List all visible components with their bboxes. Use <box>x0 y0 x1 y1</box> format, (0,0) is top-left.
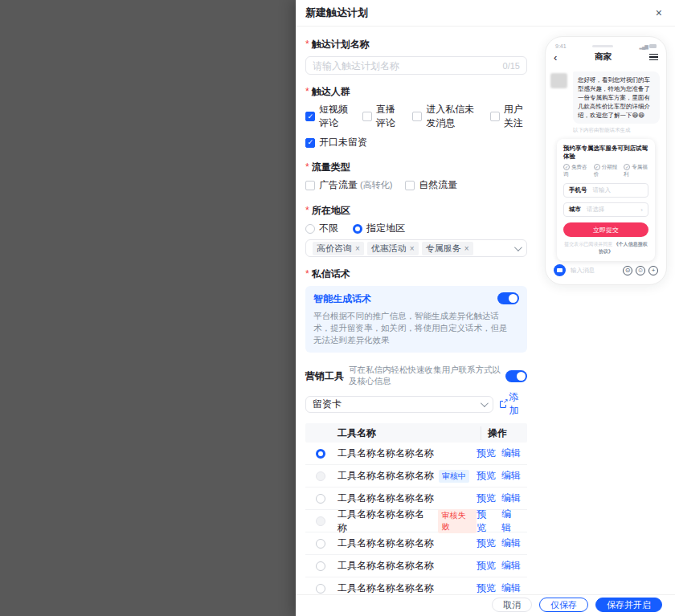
voice-icon[interactable]: ⊙ <box>623 266 632 275</box>
smart-script-toggle[interactable] <box>497 292 519 304</box>
tag-label: 优惠活动 <box>371 243 407 255</box>
checkbox-entered-dm-no-message[interactable]: 进入私信未发消息 <box>412 103 477 130</box>
camera-icon[interactable] <box>554 264 566 276</box>
save-only-button[interactable]: 仅保存 <box>539 598 588 612</box>
row-radio[interactable] <box>316 561 325 571</box>
plan-name-input[interactable] <box>313 60 503 71</box>
lead-card: 预约享专属选车服务可到店试驾体验 免费咨询 分期报价 专属福利 手机号 请输入 … <box>557 139 655 261</box>
edit-link[interactable]: 编辑 <box>501 536 521 550</box>
checkbox-label: 短视频评论 <box>319 103 350 130</box>
row-radio[interactable] <box>316 539 325 549</box>
row-radio-disabled[interactable] <box>316 516 325 526</box>
radio-specified-region[interactable]: 指定地区 <box>353 222 405 235</box>
tool-select-row: 留资卡 添加 <box>305 390 527 418</box>
tool-type-select[interactable]: 留资卡 <box>305 396 493 413</box>
table-row[interactable]: 工具名称名称名称名称 预览编辑 <box>305 443 527 465</box>
add-tool-link[interactable]: 添加 <box>500 390 527 418</box>
table-row[interactable]: 工具名称名称名称名称 预览编辑 <box>305 555 527 577</box>
signal-icon: ▂▄▆ <box>640 43 648 49</box>
row-radio[interactable] <box>316 584 325 594</box>
table-row[interactable]: 工具名称名称名称名称 审核失败 预览编辑 <box>305 510 527 532</box>
edit-link[interactable]: 编辑 <box>501 581 521 595</box>
row-radio-disabled[interactable] <box>316 471 325 481</box>
field-label: 城市 <box>569 206 581 214</box>
preview-link[interactable]: 预览 <box>477 469 496 483</box>
edit-link[interactable]: 编辑 <box>501 559 521 573</box>
tool-name: 工具名称名称名称名称 <box>338 492 434 505</box>
marketing-tools-toggle[interactable] <box>505 370 527 382</box>
checkbox-organic-traffic[interactable]: 自然流量 <box>405 178 457 192</box>
checkbox-label: 直播评论 <box>376 103 399 130</box>
avatar <box>550 73 567 88</box>
checkbox-label: 用户关注 <box>504 103 527 130</box>
checkbox-live-comment[interactable]: 直播评论 <box>362 103 399 130</box>
tool-type-value: 留资卡 <box>313 398 342 411</box>
message-preview-phone: 9:41 ▂▄▆ ‹ 商家 您好呀，看到您对我们的车型感兴趣，特地为您准备了一份… <box>545 36 667 285</box>
tool-name: 工具名称名称名称名称 <box>338 536 434 550</box>
checkbox-ad-traffic[interactable]: 广告流量(高转化) <box>305 178 392 192</box>
tag-remove-icon[interactable]: × <box>355 244 360 253</box>
status-badge-reviewing: 审核中 <box>439 470 469 483</box>
checkbox-label: 开口未留资 <box>319 136 367 149</box>
preview-link[interactable]: 预览 <box>477 581 496 595</box>
table-row[interactable]: 工具名称名称名称名称 预览编辑 <box>305 532 527 555</box>
edit-link[interactable]: 编辑 <box>501 469 521 483</box>
region-tag: 高价咨询× <box>313 242 364 255</box>
preview-link[interactable]: 预览 <box>477 508 496 535</box>
tool-name: 工具名称名称名称名称 <box>338 469 434 483</box>
checkbox-short-video-comment[interactable]: 短视频评论 <box>305 103 350 130</box>
row-radio[interactable] <box>316 494 325 504</box>
edit-link[interactable]: 编辑 <box>501 447 521 460</box>
edit-link[interactable]: 编辑 <box>501 508 521 535</box>
plus-icon[interactable]: + <box>648 266 658 275</box>
feature-item: 专属福利 <box>624 164 648 178</box>
submit-button[interactable]: 立即提交 <box>563 222 648 237</box>
battery-icon <box>649 44 657 48</box>
phone-chat-header: ‹ 商家 <box>546 49 666 67</box>
preview-link[interactable]: 预览 <box>477 492 496 505</box>
chevron-right-icon: › <box>640 206 643 214</box>
row-radio-selected[interactable] <box>316 449 325 459</box>
column-tool-name: 工具名称 <box>338 426 481 440</box>
chevron-down-icon <box>514 243 522 251</box>
edit-link[interactable]: 编辑 <box>501 492 521 505</box>
hamburger-menu-icon[interactable] <box>649 52 658 63</box>
radio-selected-icon <box>353 224 362 234</box>
tag-remove-icon[interactable]: × <box>410 244 415 253</box>
region-tag: 专属服务× <box>422 242 473 255</box>
region-tag-select[interactable]: 高价咨询× 优惠活动× 专属服务× <box>305 239 527 257</box>
radio-unlimited[interactable]: 不限 <box>305 222 338 235</box>
phone-number-field[interactable]: 手机号 请输入 <box>563 183 648 198</box>
save-and-open-button[interactable]: 保存并开启 <box>595 598 662 612</box>
preview-link[interactable]: 预览 <box>477 447 496 460</box>
preview-link[interactable]: 预览 <box>477 536 496 550</box>
radio-icon <box>305 224 315 234</box>
checkbox-spoke-no-lead[interactable]: 开口未留资 <box>305 136 367 149</box>
tag-label: 专属服务 <box>426 243 461 255</box>
agreement-text: 提交表示已阅读并同意 《个人信息授权协议》 <box>563 241 648 255</box>
chat-input-bar: 输入消息 ⊙ ☺ + <box>546 264 666 276</box>
preview-link[interactable]: 预览 <box>477 559 496 573</box>
chat-bubble: 您好呀，看到您对我们的车型感兴趣，特地为您准备了一份专属购车方案，里面有几款高性… <box>573 71 660 124</box>
tag-remove-icon[interactable]: × <box>464 244 469 253</box>
emoji-icon[interactable]: ☺ <box>636 266 645 275</box>
toggle-knob <box>517 372 526 381</box>
external-link-icon <box>500 401 507 408</box>
checkbox-label: 自然流量 <box>419 178 457 192</box>
tool-name: 工具名称名称名称名称 <box>338 559 434 573</box>
char-counter: 0/15 <box>503 61 520 71</box>
form-content: 触达计划名称 0/15 触达人群 短视频评论 直播评论 进入私信未发消息 用户关… <box>296 27 537 616</box>
cancel-button[interactable]: 取消 <box>492 598 532 612</box>
checkbox-user-follow[interactable]: 用户关注 <box>490 103 527 130</box>
table-header: 工具名称 操作 <box>305 423 527 443</box>
smart-script-card: 智能生成话术 平台根据不同的推广信息，智能生成差异化触达话术，提升留资率，如关闭… <box>305 286 527 353</box>
marketing-tools-label: 营销工具 <box>305 370 344 381</box>
checkbox-note: (高转化) <box>360 179 392 191</box>
city-field[interactable]: 城市 请选择 › <box>563 202 648 217</box>
marketing-tools-row: 营销工具 可在私信内轻松快速收集用户联系方式以及核心信息 <box>305 365 527 387</box>
table-row[interactable]: 工具名称名称名称名称 审核中 预览编辑 <box>305 465 527 487</box>
message-input-placeholder[interactable]: 输入消息 <box>571 267 620 275</box>
close-icon[interactable]: × <box>656 7 662 18</box>
chat-area: 您好呀，看到您对我们的车型感兴趣，特地为您准备了一份专属购车方案，里面有几款高性… <box>546 67 666 261</box>
smart-script-title: 智能生成话术 <box>313 292 519 306</box>
